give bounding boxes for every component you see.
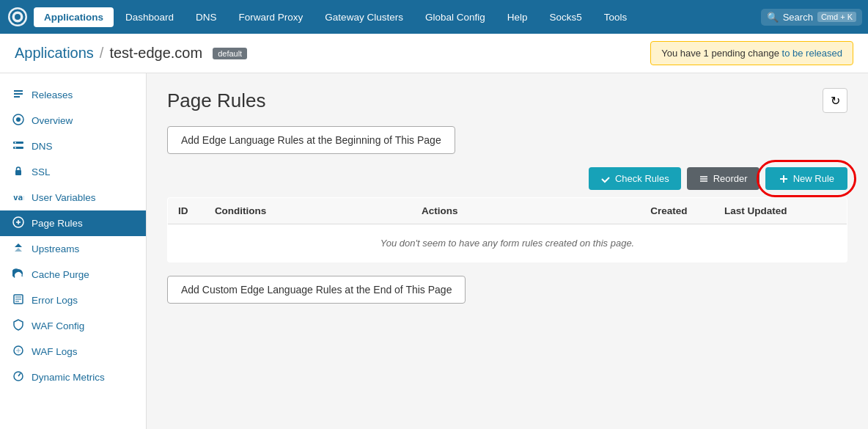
- sidebar-item-cache-purge[interactable]: Cache Purge: [0, 262, 146, 287]
- reorder-label: Reorder: [713, 173, 748, 184]
- page-rules-icon: [12, 216, 25, 230]
- sidebar-item-waf-logs[interactable]: WAF Logs: [0, 339, 146, 364]
- sidebar-label-cache-purge: Cache Purge: [32, 269, 89, 280]
- user-variables-icon: var: [12, 191, 25, 205]
- breadcrumb: Applications / test-edge.com default: [15, 45, 247, 62]
- svg-point-2: [15, 14, 21, 20]
- sidebar-item-page-rules[interactable]: Page Rules: [0, 210, 146, 236]
- releases-icon: [12, 88, 25, 102]
- sidebar-label-dynamic-metrics: Dynamic Metrics: [32, 372, 105, 383]
- breadcrumb-separator: /: [100, 45, 104, 62]
- dynamic-metrics-icon: [12, 370, 25, 384]
- check-rules-label: Check Rules: [615, 173, 669, 184]
- error-logs-icon: [12, 293, 25, 307]
- search-label: Search: [783, 12, 813, 23]
- breadcrumb-domain[interactable]: test-edge.com: [109, 45, 202, 62]
- new-rule-button[interactable]: New Rule: [765, 167, 847, 190]
- ssl-icon: [12, 165, 25, 179]
- sidebar-label-error-logs: Error Logs: [32, 295, 78, 306]
- add-beginning-button[interactable]: Add Edge Language Rules at the Beginning…: [167, 126, 455, 154]
- sidebar-label-ssl: SSL: [32, 166, 51, 177]
- check-rules-button[interactable]: Check Rules: [589, 167, 681, 190]
- pending-text: You have 1 pending change: [661, 48, 779, 59]
- app-layout: Releases Overview DNS SSL var User Varia…: [0, 73, 868, 429]
- sidebar-label-page-rules: Page Rules: [32, 218, 83, 229]
- breadcrumb-bar: Applications / test-edge.com default You…: [0, 34, 868, 73]
- reorder-button[interactable]: Reorder: [687, 167, 760, 190]
- logo-icon: [6, 5, 29, 29]
- breadcrumb-applications[interactable]: Applications: [15, 45, 94, 62]
- new-rule-icon: [779, 174, 789, 184]
- rules-toolbar: Check Rules Reorder New Rule: [167, 167, 847, 190]
- sidebar-label-waf-logs: WAF Logs: [32, 346, 78, 357]
- nav-tab-dns[interactable]: DNS: [185, 7, 227, 27]
- add-end-button[interactable]: Add Custom Edge Language Rules at the En…: [167, 276, 466, 304]
- nav-tab-forward-proxy[interactable]: Forward Proxy: [229, 7, 314, 27]
- svg-rect-9: [15, 170, 21, 175]
- reorder-icon: [699, 174, 709, 184]
- svg-text:var: var: [13, 193, 24, 202]
- search-icon: 🔍: [767, 12, 779, 23]
- nav-tab-socks5[interactable]: Socks5: [539, 7, 592, 27]
- sidebar-item-dns[interactable]: DNS: [0, 133, 146, 159]
- waf-logs-icon: [12, 345, 25, 359]
- svg-point-4: [16, 117, 21, 122]
- pending-notice: You have 1 pending change to be released: [650, 41, 853, 65]
- new-rule-wrapper: New Rule: [765, 167, 847, 190]
- page-title: Page Rules: [167, 89, 265, 112]
- rules-table: ID Conditions Actions Created Last Updat…: [167, 197, 847, 263]
- col-header-created: Created: [640, 198, 714, 224]
- nav-tab-dashboard[interactable]: Dashboard: [115, 7, 184, 27]
- breadcrumb-badge: default: [213, 48, 247, 59]
- page-header: Page Rules ↻: [167, 88, 847, 113]
- search-box[interactable]: 🔍 Search Cmd + K: [761, 9, 862, 26]
- sidebar-label-releases: Releases: [32, 89, 73, 100]
- sidebar-item-overview[interactable]: Overview: [0, 108, 146, 133]
- check-rules-icon: [600, 174, 611, 184]
- sidebar-item-waf-config[interactable]: WAF Config: [0, 313, 146, 339]
- col-header-conditions: Conditions: [205, 198, 411, 224]
- sidebar-label-dns: DNS: [32, 141, 53, 152]
- top-nav: Applications Dashboard DNS Forward Proxy…: [0, 0, 868, 34]
- search-shortcut: Cmd + K: [817, 12, 856, 22]
- sidebar-item-dynamic-metrics[interactable]: Dynamic Metrics: [0, 364, 146, 390]
- col-header-row-actions: [803, 198, 847, 224]
- nav-tab-gateway-clusters[interactable]: Gateway Clusters: [315, 7, 413, 27]
- sidebar-item-user-variables[interactable]: var User Variables: [0, 185, 146, 210]
- col-header-id: ID: [168, 198, 205, 224]
- upstreams-icon: [12, 242, 25, 256]
- sidebar-item-ssl[interactable]: SSL: [0, 159, 146, 185]
- col-header-actions: Actions: [411, 198, 640, 224]
- nav-tab-applications[interactable]: Applications: [34, 7, 114, 27]
- nav-tab-help[interactable]: Help: [497, 7, 538, 27]
- sidebar-label-user-variables: User Variables: [32, 192, 96, 203]
- refresh-button[interactable]: ↻: [823, 88, 847, 113]
- sidebar: Releases Overview DNS SSL var User Varia…: [0, 73, 147, 429]
- table-empty-message: You don't seem to have any form rules cr…: [168, 224, 847, 263]
- sidebar-item-releases[interactable]: Releases: [0, 82, 146, 108]
- add-end-wrapper: Add Custom Edge Language Rules at the En…: [167, 276, 847, 317]
- waf-config-icon: [12, 319, 25, 333]
- col-header-last-updated: Last Updated: [714, 198, 803, 224]
- dns-icon: [12, 139, 25, 153]
- sidebar-label-waf-config: WAF Config: [32, 320, 84, 331]
- sidebar-label-overview: Overview: [32, 115, 73, 126]
- table-header: ID Conditions Actions Created Last Updat…: [168, 198, 847, 224]
- svg-point-7: [15, 142, 16, 144]
- sidebar-label-upstreams: Upstreams: [32, 243, 79, 254]
- table-empty-row: You don't seem to have any form rules cr…: [168, 224, 847, 263]
- new-rule-label: New Rule: [793, 173, 834, 184]
- cache-purge-icon: [12, 268, 25, 282]
- table-body: You don't seem to have any form rules cr…: [168, 224, 847, 263]
- svg-point-8: [15, 147, 16, 149]
- main-content: Page Rules ↻ Add Edge Language Rules at …: [147, 73, 868, 429]
- sidebar-item-error-logs[interactable]: Error Logs: [0, 287, 146, 313]
- pending-release-link[interactable]: to be released: [782, 48, 842, 59]
- nav-tab-tools[interactable]: Tools: [594, 7, 638, 27]
- nav-tab-global-config[interactable]: Global Config: [415, 7, 496, 27]
- sidebar-item-upstreams[interactable]: Upstreams: [0, 236, 146, 262]
- overview-icon: [12, 114, 25, 128]
